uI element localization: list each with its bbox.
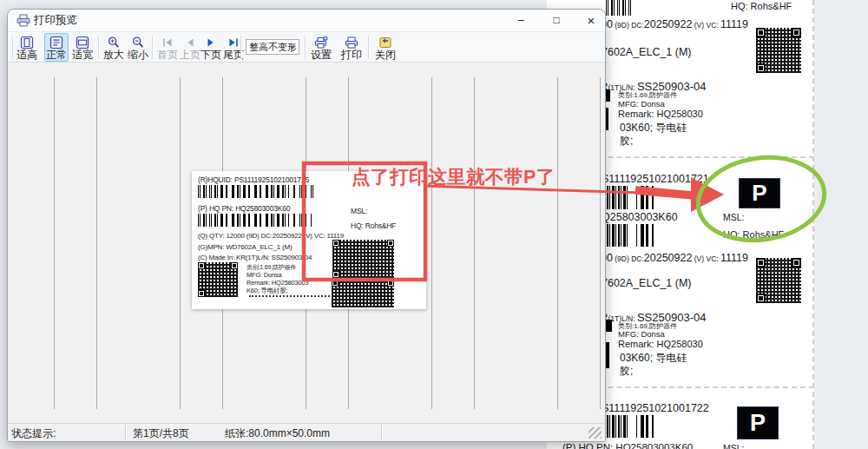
label-hq-text: HQ: Rohs&HF bbox=[723, 229, 784, 240]
print-settings-button[interactable]: 设置 bbox=[309, 33, 333, 62]
fit-height-button[interactable]: 适高 bbox=[15, 33, 39, 62]
label-remark: Remark: HQ258030 bbox=[618, 109, 703, 119]
preview-mfg: MFG: Donsa bbox=[247, 271, 282, 279]
barcode bbox=[607, 415, 657, 438]
qr-code bbox=[332, 280, 394, 307]
maximize-button[interactable]: □ bbox=[544, 11, 569, 30]
minimize-button[interactable]: − bbox=[509, 11, 533, 30]
first-page-icon bbox=[161, 36, 174, 50]
label-qty-line: 00 (9D) DC:20250922 (V) VC: 11119 bbox=[601, 16, 748, 31]
clipped-print-fragment bbox=[606, 89, 610, 102]
close-button[interactable]: × bbox=[579, 11, 603, 30]
preview-remark: K60; 导电硅胶; bbox=[247, 287, 288, 295]
print-icon bbox=[345, 36, 358, 50]
next-page-icon bbox=[204, 36, 218, 50]
clipped-print-fragment bbox=[606, 320, 612, 332]
print-settings-icon bbox=[314, 36, 328, 50]
label-remark: 胶; bbox=[620, 364, 633, 379]
toolbar-separator bbox=[98, 36, 100, 59]
first-page-button[interactable]: 首页 bbox=[155, 33, 180, 62]
qr-code bbox=[198, 262, 238, 297]
page-guide-line bbox=[54, 77, 55, 409]
statusbar-divider bbox=[381, 426, 383, 439]
fit-width-button[interactable]: 适宽 bbox=[70, 33, 95, 62]
close-preview-button[interactable]: 关闭 bbox=[373, 33, 398, 62]
status-page-info: 第1页/共8页 bbox=[133, 426, 189, 441]
zoom-out-icon bbox=[131, 36, 145, 50]
p-marker: P bbox=[739, 178, 780, 208]
label-qty-line: 00 (9D) DC:20250922 (V) VC: 11119 bbox=[601, 249, 748, 265]
barcode bbox=[198, 185, 316, 198]
preview-remark: Remark: HQ25803003 bbox=[247, 279, 308, 287]
status-bar: 状态提示: 第1页/共8页 纸张:80.0mm×50.0mm bbox=[8, 423, 605, 441]
preview-qty-line: (Q) QTY: 12000 (9D) DC:20250922 (V) VC: … bbox=[198, 232, 344, 240]
qr-code bbox=[756, 258, 801, 303]
prev-page-icon bbox=[183, 36, 197, 50]
titlebar: 打印预览 − □ × bbox=[8, 10, 605, 31]
status-paper-info: 纸张:80.0mm×50.0mm bbox=[225, 426, 330, 441]
label-mfg: MFG: Donsa bbox=[618, 329, 665, 339]
p-marker: P bbox=[737, 406, 779, 439]
preview-msl: MSL: bbox=[351, 207, 367, 215]
preview-hq: HQ: Rohs&HF bbox=[351, 221, 396, 230]
toolbar-separator bbox=[305, 36, 306, 59]
page-guide-line bbox=[474, 77, 475, 409]
fit-width-icon bbox=[76, 36, 89, 50]
label-pn-line: (P) HQ PN: HQ25803003K60 bbox=[562, 442, 693, 449]
page-guide-line bbox=[600, 77, 601, 409]
window-title: 打印预览 bbox=[34, 10, 77, 31]
page-guide-line bbox=[96, 77, 97, 409]
label-uid: S11119251021001721 bbox=[602, 173, 709, 185]
label-mpn: 7602A_ELC_1 (M) bbox=[602, 46, 692, 58]
toolbar-separator bbox=[240, 36, 242, 59]
zoom-out-button[interactable]: 缩小 bbox=[126, 33, 150, 62]
preview-pn-line: (P) HQ PN: HQ25803003K60 bbox=[198, 204, 290, 213]
fit-height-icon bbox=[20, 36, 34, 50]
toolbar-separator bbox=[368, 36, 370, 59]
screen: HQ: Rohs&HF 00 (9D) DC:20250922 (V) VC: … bbox=[0, 0, 868, 449]
barcode bbox=[198, 214, 312, 227]
print-button[interactable]: 打印 bbox=[339, 33, 364, 62]
next-page-button[interactable]: 下页 bbox=[199, 33, 223, 62]
zoom-in-button[interactable]: 放大 bbox=[102, 33, 126, 62]
preview-mpn-line: (G)MPN: WD7602A_ELC_1 (M) bbox=[198, 243, 292, 251]
label-remark: Remark: HQ258030 bbox=[618, 339, 703, 349]
resize-grip[interactable] bbox=[589, 427, 602, 439]
label-msl: MSL: bbox=[723, 443, 745, 449]
zoom-in-icon bbox=[107, 36, 121, 50]
exit-icon bbox=[378, 36, 392, 50]
label-mpn: 7602A_ELC_1 (M) bbox=[602, 277, 692, 289]
toolbar-separator bbox=[152, 36, 154, 59]
normal-view-button[interactable]: 正常 bbox=[44, 33, 69, 62]
page-guide-line bbox=[431, 77, 432, 409]
label-pn: Q25803003K60 bbox=[602, 211, 678, 223]
page-guide-line bbox=[557, 77, 558, 409]
label-preview: (R)HQUID: PS11119251021001715 (P) HQ PN:… bbox=[192, 171, 426, 309]
preview-uid-line: (R)HQUID: PS11119251021001715 bbox=[198, 175, 309, 184]
page-guide-line bbox=[180, 77, 181, 409]
label-remark: 胶; bbox=[620, 134, 633, 149]
preview-madein-line: (C) Made In: KR(1T)L/N: SS250903-04 bbox=[198, 254, 312, 261]
last-page-icon bbox=[227, 36, 240, 50]
label-hq-text: HQ: Rohs&HF bbox=[731, 1, 792, 11]
barcode bbox=[607, 186, 657, 209]
qr-code bbox=[756, 28, 801, 73]
scale-mode-select[interactable]: 整高不变形 bbox=[246, 39, 299, 55]
preview-area: (R)HQUID: PS11119251021001715 (P) HQ PN:… bbox=[8, 63, 605, 425]
qr-code bbox=[332, 240, 394, 278]
barcode bbox=[607, 224, 657, 247]
label-mfg: MFG: Donsa bbox=[618, 99, 665, 109]
label-msl: MSL: bbox=[723, 212, 745, 222]
printer-icon bbox=[16, 14, 30, 27]
chevron-down-icon bbox=[290, 46, 295, 50]
normal-view-icon bbox=[49, 36, 63, 50]
statusbar-divider bbox=[125, 426, 127, 439]
toolbar-separator bbox=[12, 36, 14, 59]
toolbar: 适高 正常 适宽 bbox=[8, 31, 605, 63]
clipped-print-fragment bbox=[606, 342, 609, 368]
print-preview-window: 打印预览 − □ × 适高 正常 bbox=[7, 9, 606, 442]
clipped-print-fragment bbox=[606, 108, 608, 130]
label-uid: S11119251021001722 bbox=[602, 402, 709, 414]
barcode bbox=[606, 0, 632, 16]
status-label: 状态提示: bbox=[11, 426, 56, 441]
